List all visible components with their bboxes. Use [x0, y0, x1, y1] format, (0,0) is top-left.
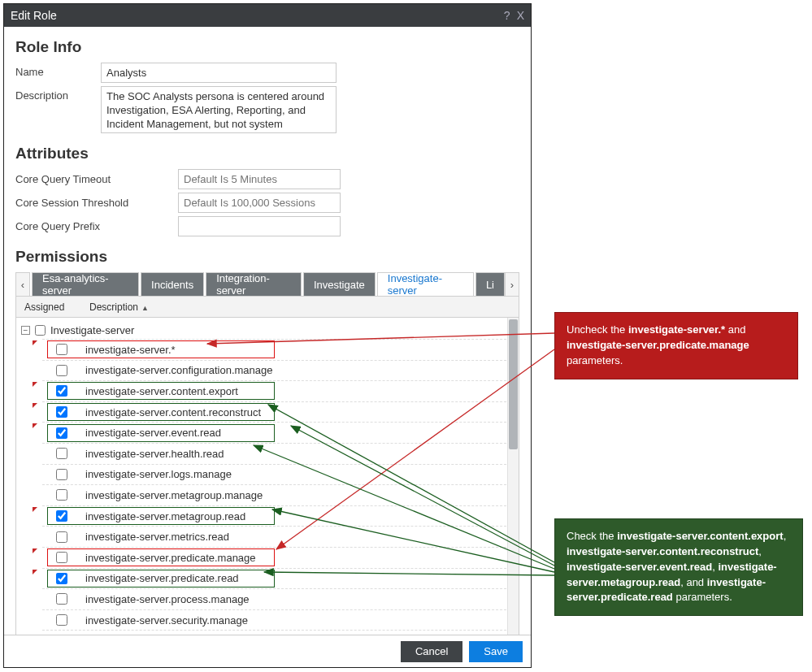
permission-label: investigate-server.metagroup.manage — [85, 489, 263, 501]
collapse-icon[interactable]: − — [21, 326, 30, 335]
cancel-button[interactable]: Cancel — [401, 641, 462, 662]
tree-root-checkbox[interactable] — [35, 325, 46, 336]
permission-row[interactable]: investigate-server.content.reconstruct — [42, 401, 519, 423]
role-info-heading: Role Info — [15, 38, 519, 56]
attribute-input[interactable] — [178, 193, 341, 213]
permission-row[interactable]: investigate-server.* — [42, 339, 519, 360]
permission-label: investigate-server.configuration.manage — [85, 364, 273, 376]
scrollbar[interactable]: ▼ — [507, 318, 519, 635]
permission-checkbox[interactable] — [56, 593, 67, 605]
permission-checkbox[interactable] — [56, 552, 67, 563]
permission-row[interactable]: investigate-server.content.export — [42, 380, 519, 401]
permission-label: investigate-server.process.manage — [85, 593, 250, 605]
permission-checkbox[interactable] — [56, 510, 67, 522]
attribute-row: Core Query Prefix — [15, 216, 519, 236]
tabs-scroll-right[interactable]: › — [505, 272, 519, 296]
permission-row[interactable]: investigate-server.metagroup.read — [42, 505, 519, 527]
tab-esa-analytics-server[interactable]: Esa-analytics-server — [32, 272, 139, 296]
name-input[interactable] — [101, 63, 337, 83]
column-assigned[interactable]: Assigned — [16, 301, 81, 313]
permission-checkbox[interactable] — [56, 614, 67, 626]
permission-checkbox[interactable] — [56, 344, 67, 355]
attribute-label: Core Session Threshold — [15, 197, 178, 209]
description-input[interactable] — [101, 86, 337, 133]
permissions-column-header: Assigned Description▲ — [15, 297, 519, 318]
help-icon[interactable]: ? — [504, 9, 510, 22]
name-label: Name — [15, 63, 101, 78]
tab-investigate-server[interactable]: Investigate-server — [377, 272, 474, 296]
permission-row[interactable]: investigate-server.security.manage — [42, 609, 519, 631]
permission-checkbox[interactable] — [56, 469, 67, 480]
scrollbar-thumb[interactable] — [509, 319, 518, 449]
permission-row[interactable]: investigate-server.configuration.manage — [42, 360, 519, 381]
permission-row[interactable]: investigate-server.security.read — [42, 630, 519, 635]
permission-row[interactable]: investigate-server.predicate.read — [42, 568, 519, 589]
description-label: Description — [15, 86, 101, 102]
dialog-title: Edit Role — [11, 9, 57, 22]
dialog-content: Role Info Name Description Attributes Co… — [4, 27, 531, 635]
callout-check: Check the investigate-server.content.exp… — [554, 518, 803, 616]
permission-label: investigate-server.metagroup.read — [85, 510, 245, 522]
permission-checkbox[interactable] — [56, 531, 67, 543]
permission-checkbox[interactable] — [56, 427, 67, 439]
permission-label: investigate-server.metrics.read — [85, 531, 229, 543]
permissions-tabs: ‹ Esa-analytics-serverIncidentsIntegrati… — [15, 272, 519, 297]
attribute-row: Core Session Threshold — [15, 193, 519, 213]
titlebar: Edit Role ? X — [4, 4, 531, 27]
permission-label: investigate-server.content.export — [85, 385, 238, 397]
permission-checkbox[interactable] — [56, 489, 67, 501]
permission-checkbox[interactable] — [56, 573, 67, 584]
attribute-input[interactable] — [178, 216, 341, 236]
permission-label: investigate-server.content.reconstruct — [85, 406, 261, 418]
permission-row[interactable]: investigate-server.metrics.read — [42, 526, 519, 547]
tab-li[interactable]: Li — [475, 272, 505, 296]
attribute-label: Core Query Timeout — [15, 173, 178, 185]
attributes-heading: Attributes — [15, 145, 519, 163]
tree-root[interactable]: − Investigate-server — [21, 321, 519, 339]
tab-integration-server[interactable]: Integration-server — [206, 272, 302, 296]
tab-investigate[interactable]: Investigate — [303, 272, 376, 296]
tabs-scroll-left[interactable]: ‹ — [15, 272, 30, 296]
column-description[interactable]: Description▲ — [81, 301, 149, 313]
permission-label: investigate-server.predicate.manage — [85, 552, 256, 564]
permissions-heading: Permissions — [15, 248, 519, 266]
save-button[interactable]: Save — [469, 641, 523, 662]
close-icon[interactable]: X — [517, 9, 524, 22]
attribute-label: Core Query Prefix — [15, 220, 178, 232]
permission-row[interactable]: investigate-server.process.manage — [42, 588, 519, 609]
permission-checkbox[interactable] — [56, 448, 67, 459]
permission-row[interactable]: investigate-server.health.read — [42, 443, 519, 464]
dialog-footer: Cancel Save — [4, 635, 531, 667]
permission-label: investigate-server.* — [85, 344, 176, 356]
permission-row[interactable]: investigate-server.metagroup.manage — [42, 484, 519, 505]
permission-label: investigate-server.event.read — [85, 427, 221, 439]
permission-row[interactable]: investigate-server.predicate.manage — [42, 547, 519, 568]
permission-label: investigate-server.predicate.read — [85, 572, 239, 584]
permission-checkbox[interactable] — [56, 406, 67, 418]
permission-label: investigate-server.security.manage — [85, 614, 248, 626]
attribute-input[interactable] — [178, 169, 341, 189]
permission-row[interactable]: investigate-server.logs.manage — [42, 464, 519, 485]
attribute-row: Core Query Timeout — [15, 169, 519, 189]
permission-row[interactable]: investigate-server.event.read — [42, 422, 519, 443]
tree-root-label: Investigate-server — [50, 324, 134, 336]
permission-checkbox[interactable] — [56, 385, 67, 397]
sort-ascending-icon: ▲ — [141, 304, 149, 312]
tab-incidents[interactable]: Incidents — [141, 272, 204, 296]
callout-uncheck: Uncheck the investigate-server.* and inv… — [554, 312, 798, 379]
permissions-tree: − Investigate-server investigate-server.… — [15, 318, 519, 635]
permission-checkbox[interactable] — [56, 365, 67, 376]
permission-label: investigate-server.logs.manage — [85, 468, 232, 480]
edit-role-dialog: Edit Role ? X Role Info Name Description… — [3, 3, 532, 668]
permission-label: investigate-server.health.read — [85, 448, 224, 460]
